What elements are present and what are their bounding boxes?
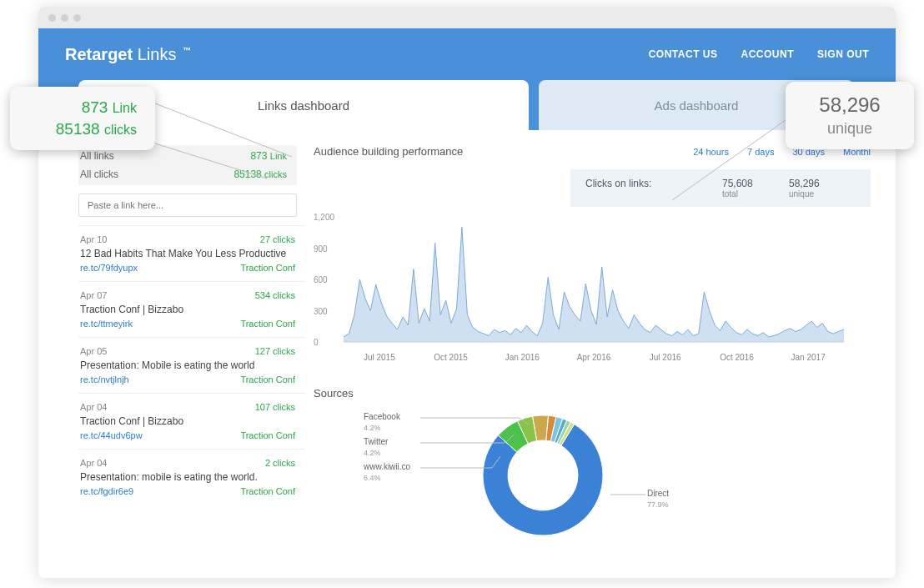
callout-v: 85138 bbox=[56, 120, 100, 138]
svg-line-9 bbox=[155, 143, 267, 178]
callout-unique-val: 58,296 bbox=[804, 93, 896, 117]
callout-u: clicks bbox=[104, 123, 137, 137]
callout-unique: 58,296 unique bbox=[786, 82, 914, 149]
callout-unique-lbl: unique bbox=[804, 120, 896, 138]
callout-links: 873 Link bbox=[28, 98, 137, 117]
callout-v: 873 bbox=[82, 98, 108, 116]
callout-u: Link bbox=[113, 101, 137, 115]
svg-line-10 bbox=[672, 120, 786, 200]
callout-clicks: 85138 clicks bbox=[28, 120, 137, 138]
svg-line-8 bbox=[155, 103, 292, 157]
callout-stats: 873 Link 85138 clicks bbox=[10, 87, 155, 150]
